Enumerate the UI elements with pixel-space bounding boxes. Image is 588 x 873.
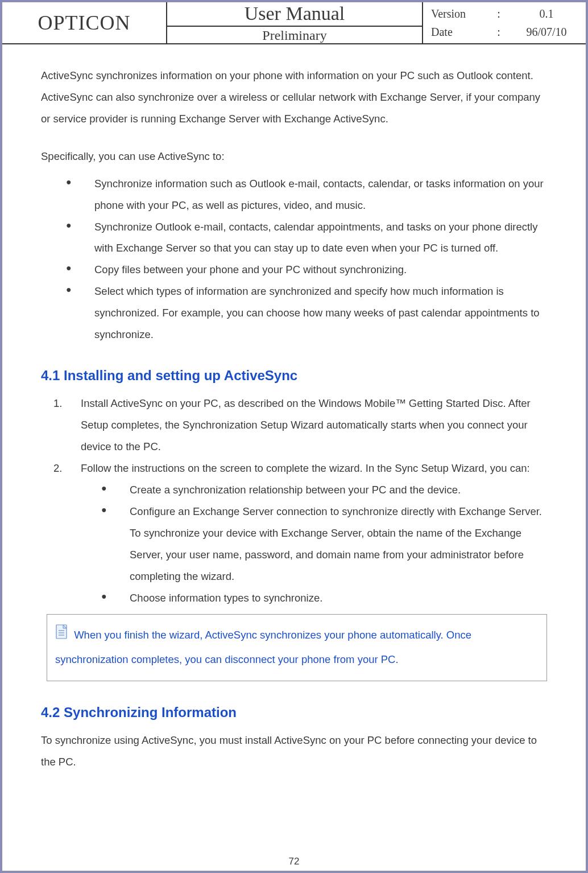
meta-cell: Version : 0.1 Date : 96/07/10 (423, 2, 586, 43)
list-item: Synchronize information such as Outlook … (66, 173, 547, 216)
document-icon (55, 624, 69, 648)
date-label: Date (431, 23, 482, 41)
list-item: Create a synchronization relationship be… (101, 479, 547, 501)
step-text: Install ActiveSync on your PC, as descri… (81, 397, 531, 452)
step-number: 2. (53, 458, 62, 479)
doc-subtitle: Preliminary (262, 27, 326, 44)
step-number: 1. (53, 393, 62, 414)
page-header: OPTICON User Manual Preliminary Version … (2, 2, 586, 44)
step-text: Follow the instructions on the screen to… (81, 462, 530, 474)
list-item: Synchronize Outlook e-mail, contacts, ca… (66, 216, 547, 260)
colon-text: : (493, 5, 504, 23)
section-4-2-heading: 4.2 Synchronizing Information (41, 698, 547, 726)
section-4-2-text: To synchronize using ActiveSync, you mus… (41, 730, 547, 773)
section-4-1-heading: 4.1 Installing and setting up ActiveSync (41, 361, 547, 389)
list-item: Choose information types to synchronize. (101, 587, 547, 609)
colon-text: : (493, 23, 504, 41)
brand-text: OPTICON (38, 11, 130, 35)
page-number: 72 (2, 856, 586, 867)
sub-bullet-list: Create a synchronization relationship be… (101, 479, 547, 609)
page-content: ActiveSync synchronizes information on y… (2, 44, 586, 773)
bullet-text: Synchronize Outlook e-mail, contacts, ca… (94, 221, 537, 254)
sub-bullet-text: Create a synchronization relationship be… (130, 484, 461, 496)
note-text: When you finish the wizard, ActiveSync s… (55, 629, 471, 665)
bullet-text: Select which types of information are sy… (94, 285, 540, 340)
bullets-intro: Specifically, you can use ActiveSync to: (41, 146, 547, 167)
bullet-text: Synchronize information such as Outlook … (94, 178, 544, 211)
version-label: Version (431, 5, 482, 23)
list-item: 1. Install ActiveSync on your PC, as des… (51, 393, 547, 458)
sub-bullet-text: Choose information types to synchronize. (130, 592, 322, 604)
bullet-text: Copy files between your phone and your P… (94, 263, 407, 275)
title-cell: User Manual Preliminary (167, 2, 423, 43)
list-item: Copy files between your phone and your P… (66, 259, 547, 281)
numbered-list: 1. Install ActiveSync on your PC, as des… (51, 393, 547, 608)
intro-paragraph: ActiveSync synchronizes information on y… (41, 65, 547, 130)
doc-title: User Manual (167, 2, 422, 27)
date-row: Date : 96/07/10 (431, 23, 578, 41)
brand-cell: OPTICON (2, 2, 167, 43)
bullet-list: Synchronize information such as Outlook … (66, 173, 547, 345)
version-value: 0.1 (515, 5, 578, 23)
note-box: When you finish the wizard, ActiveSync s… (47, 614, 547, 681)
version-row: Version : 0.1 (431, 5, 578, 23)
date-value: 96/07/10 (515, 23, 578, 41)
sub-bullet-text: Configure an Exchange Server connection … (130, 505, 542, 582)
list-item: 2. Follow the instructions on the screen… (51, 458, 547, 608)
list-item: Configure an Exchange Server connection … (101, 501, 547, 587)
list-item: Select which types of information are sy… (66, 281, 547, 345)
